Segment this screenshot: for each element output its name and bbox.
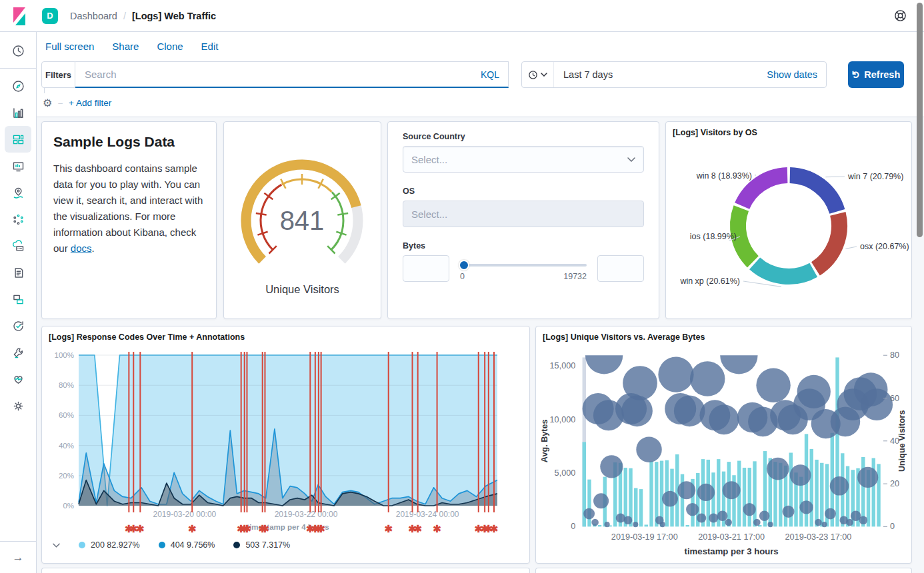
chevron-down-icon xyxy=(53,543,60,548)
panel-response-codes: [Logs] Response Codes Over Time + Annota… xyxy=(41,326,530,564)
svg-text:0%: 0% xyxy=(63,502,74,510)
add-filter-button[interactable]: + Add filter xyxy=(69,98,111,108)
query-bar: Filters KQL Last 7 days Show dates ↻ Ref… xyxy=(37,60,924,89)
legend-dot-404 xyxy=(159,542,165,548)
dashboard-grid: Sample Logs Data This dashboard contains… xyxy=(37,117,924,573)
svg-text:✱: ✱ xyxy=(413,523,422,534)
visitors-by-os-donut-chart[interactable]: win 7 (20.79%)osx (20.67%)win xp (20.61%… xyxy=(666,139,911,313)
svg-text:osx (20.67%): osx (20.67%) xyxy=(860,242,909,251)
svg-text:✱: ✱ xyxy=(243,523,251,534)
visitors-vs-bytes-chart[interactable]: 05,00010,00015,0000204060802019-03-19 17… xyxy=(536,343,911,560)
sidebar-item-apm[interactable] xyxy=(5,286,31,312)
filter-bar: ⚙ – + Add filter xyxy=(37,89,924,117)
panel-sample-logs-data: Sample Logs Data This dashboard contains… xyxy=(41,121,217,319)
svg-text:✱: ✱ xyxy=(384,523,393,534)
edit-button[interactable]: Edit xyxy=(201,41,219,52)
full-screen-button[interactable]: Full screen xyxy=(45,41,94,52)
kql-toggle[interactable]: KQL xyxy=(472,69,508,80)
time-picker: Last 7 days Show dates xyxy=(521,61,827,88)
sidebar-item-uptime[interactable] xyxy=(5,312,31,339)
source-country-label: Source Country xyxy=(403,132,644,141)
monitoring-heart-icon xyxy=(11,372,25,386)
svg-text:win 8 (18.93%): win 8 (18.93%) xyxy=(696,171,752,181)
sidebar-item-canvas[interactable] xyxy=(5,153,31,179)
svg-text:win 7 (20.79%): win 7 (20.79%) xyxy=(847,172,903,181)
svg-text:2019-03-23 17:00: 2019-03-23 17:00 xyxy=(785,532,852,542)
legend-collapse-button[interactable] xyxy=(53,543,60,548)
sidebar-item-dashboard[interactable] xyxy=(5,126,31,153)
os-label: OS xyxy=(403,187,644,196)
sidebar-item-monitoring[interactable] xyxy=(5,366,31,392)
sidebar-item-infrastructure[interactable] xyxy=(5,233,31,259)
uptime-icon xyxy=(11,319,25,333)
space-avatar[interactable]: D xyxy=(42,8,58,24)
maps-icon xyxy=(11,186,25,200)
search-box: KQL xyxy=(75,61,509,88)
panel-title: [Logs] Response Codes Over Time + Annota… xyxy=(42,326,529,343)
time-range-value[interactable]: Last 7 days xyxy=(554,69,613,80)
help-icon[interactable] xyxy=(894,9,907,22)
legend-dot-200 xyxy=(79,542,85,548)
filter-separator: – xyxy=(58,99,63,108)
machine-learning-icon xyxy=(11,213,25,227)
sidebar-item-machine-learning[interactable] xyxy=(5,206,31,233)
breadcrumb-dashboard[interactable]: Dashboard xyxy=(70,11,117,21)
breadcrumb-separator: / xyxy=(123,11,126,21)
main-area: Full screen Share Clone Edit Filters KQL… xyxy=(37,32,924,573)
bytes-slider-handle[interactable] xyxy=(459,260,469,271)
refresh-button[interactable]: ↻ Refresh xyxy=(848,61,904,88)
sidebar-item-discover[interactable] xyxy=(5,73,31,99)
bytes-label: Bytes xyxy=(403,241,644,251)
svg-text:40%: 40% xyxy=(59,442,74,450)
response-codes-chart[interactable]: 0%20%40%60%80%100%2019-03-20 00:002019-0… xyxy=(42,343,529,538)
gauge-label: Unique Visitors xyxy=(265,283,339,296)
sidebar-item-management[interactable] xyxy=(5,392,31,419)
legend-item-404[interactable]: 404 9.756% xyxy=(159,540,215,550)
docs-link[interactable]: docs xyxy=(71,243,92,254)
dashboard-menu-bar: Full screen Share Clone Edit xyxy=(37,32,924,60)
share-button[interactable]: Share xyxy=(112,41,139,52)
sidebar-item-logs[interactable] xyxy=(5,259,31,286)
chevron-down-icon xyxy=(627,157,635,162)
bytes-slider-track[interactable] xyxy=(460,264,587,267)
sidebar-item-visualize[interactable] xyxy=(5,99,31,126)
svg-text:✱: ✱ xyxy=(136,523,145,534)
arrow-right-icon: → xyxy=(13,551,24,564)
gauge-chart[interactable]: 841 xyxy=(229,154,376,266)
legend-item-200[interactable]: 200 82.927% xyxy=(79,540,140,550)
svg-text:✱: ✱ xyxy=(490,523,499,534)
svg-text:60: 60 xyxy=(890,394,899,403)
compass-icon xyxy=(11,79,25,93)
gear-icon xyxy=(11,399,25,413)
sidebar-expand-button[interactable]: → xyxy=(0,541,37,573)
sidebar-item-dev-tools[interactable] xyxy=(5,339,31,366)
breadcrumb: Dashboard / [Logs] Web Traffic xyxy=(70,11,216,21)
svg-text:20%: 20% xyxy=(59,472,74,480)
time-picker-quick-menu[interactable] xyxy=(522,62,554,87)
kibana-logo[interactable] xyxy=(0,0,37,32)
svg-text:2019-03-24 00:00: 2019-03-24 00:00 xyxy=(396,510,459,519)
search-input[interactable] xyxy=(75,69,472,80)
clone-button[interactable]: Clone xyxy=(157,41,183,52)
logs-icon xyxy=(11,266,25,280)
svg-text:5,000: 5,000 xyxy=(555,468,576,478)
svg-text:0: 0 xyxy=(890,522,895,531)
clock-icon xyxy=(11,44,25,58)
markdown-body: This dashboard contains sample data for … xyxy=(53,161,205,257)
show-dates-button[interactable]: Show dates xyxy=(767,69,826,80)
legend-item-503[interactable]: 503 7.317% xyxy=(233,540,290,550)
svg-text:60%: 60% xyxy=(59,411,74,419)
sidebar-item-maps[interactable] xyxy=(5,179,31,206)
os-select[interactable]: Select... xyxy=(403,201,644,227)
svg-text:timestamp per 3 hours: timestamp per 3 hours xyxy=(685,546,779,556)
source-country-select[interactable]: Select... xyxy=(403,146,644,173)
bytes-max-input[interactable] xyxy=(597,255,644,282)
canvas-icon xyxy=(11,159,25,173)
svg-text:20: 20 xyxy=(890,479,899,488)
filters-button[interactable]: Filters xyxy=(41,61,75,88)
sidebar-item-recently-viewed[interactable] xyxy=(5,37,31,64)
bytes-min-input[interactable] xyxy=(403,255,449,282)
filter-options-gear-icon[interactable]: ⚙ xyxy=(43,98,52,109)
bytes-slider: 0 19732 xyxy=(460,255,587,281)
scrollbar-thumb[interactable] xyxy=(917,3,923,237)
